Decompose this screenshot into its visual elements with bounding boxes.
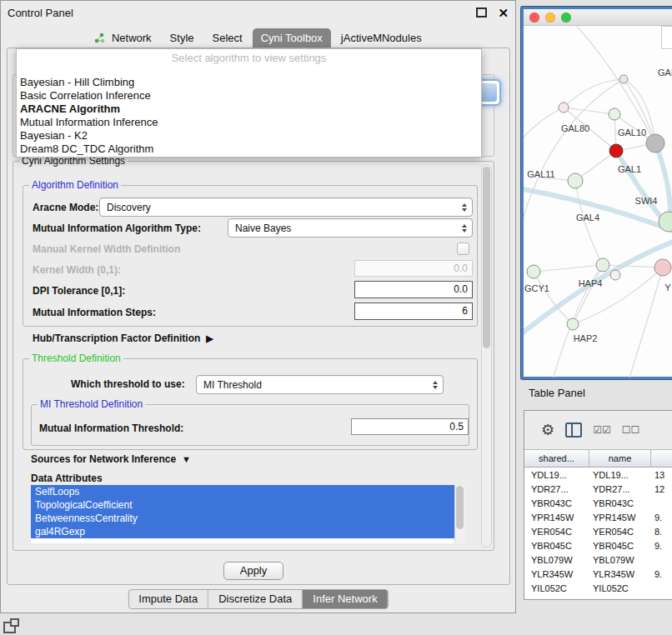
table-panel-title: Table Panel	[529, 387, 585, 399]
control-panel-title: Control Panel	[8, 7, 476, 19]
table-row[interactable]: YER054CYER054C8.	[524, 524, 672, 538]
aracne-mode-combobox[interactable]: Discovery	[99, 198, 473, 217]
table-cell: 9.	[651, 541, 672, 551]
control-panel-titlebar: Control Panel ✕	[1, 1, 515, 24]
table-cell: 9.	[651, 569, 672, 579]
network-node[interactable]	[609, 108, 620, 120]
tab-infer-network[interactable]: Infer Network	[303, 590, 387, 608]
minimized-window-icon[interactable]	[3, 622, 16, 633]
network-node[interactable]	[596, 258, 609, 272]
table-row[interactable]: YLR345WYLR345W9.	[524, 567, 672, 581]
scrollbar-thumb[interactable]	[483, 167, 490, 348]
table-cell: YDL19...	[589, 470, 651, 480]
tab-select[interactable]: Select	[204, 28, 251, 48]
node-label: HAP2	[574, 333, 598, 343]
clear-checkboxes-icon[interactable]: ☐☐	[622, 424, 640, 436]
list-item[interactable]: BetweennessCentrality	[31, 512, 454, 525]
table-cell: YDR27...	[589, 484, 651, 494]
network-node[interactable]	[527, 265, 540, 278]
network-edge	[524, 108, 564, 142]
node-label: GAL4	[576, 212, 599, 222]
network-node[interactable]	[559, 102, 569, 112]
network-node[interactable]	[654, 259, 671, 276]
network-overview-box	[661, 26, 672, 49]
node-label: GAL10	[618, 128, 646, 138]
network-node[interactable]	[609, 144, 623, 158]
combobox-arrows-icon	[433, 381, 438, 389]
tab-style[interactable]: Style	[162, 28, 203, 48]
network-node[interactable]	[610, 270, 620, 280]
combobox-value: Naive Bayes	[235, 222, 291, 234]
table-cell: YBL079W	[589, 555, 651, 565]
close-traffic-light[interactable]	[529, 12, 539, 22]
gear-icon[interactable]: ⚙	[541, 422, 554, 438]
network-edge	[524, 188, 672, 232]
columns-icon[interactable]	[565, 422, 582, 438]
mi-threshold-field[interactable]: 0.5	[351, 418, 469, 435]
tab-network[interactable]: Network	[86, 28, 159, 48]
combobox-arrows-icon	[462, 224, 467, 232]
list-item[interactable]: TopologicalCoefficient	[31, 498, 454, 512]
sources-toggle[interactable]: Sources for Network Inference▼	[31, 453, 191, 465]
column-header-shared[interactable]: shared...	[524, 450, 589, 467]
tab-jactivemnodules[interactable]: jActiveMNodules	[333, 28, 430, 48]
table-panel-window: ⚙ ☑☑ ☐☐ shared... name YDL19...YDL19...1…	[524, 410, 672, 600]
mi-algorithm-type-combobox[interactable]: Naive Bayes	[228, 218, 473, 238]
table-cell: YPR145W	[524, 512, 589, 522]
manual-kernel-width-checkbox[interactable]	[457, 242, 469, 255]
column-header-name[interactable]: name	[589, 450, 651, 467]
table-cell: YER054C	[524, 527, 589, 537]
dropdown-item[interactable]: Mutual Information Inference	[17, 116, 481, 129]
table-row[interactable]: YPR145WYPR145W9.	[524, 510, 672, 524]
kernel-width-field[interactable]: 0.0	[354, 260, 473, 277]
dropdown-item[interactable]: Bayesian - K2	[17, 129, 481, 142]
scrollbar-thumb[interactable]	[456, 486, 464, 529]
dropdown-item[interactable]: Basic Correlation Inference	[17, 89, 481, 102]
tab-impute-data[interactable]: Impute Data	[128, 590, 208, 608]
table-row[interactable]: YBL079WYBL079W	[524, 552, 672, 567]
dropdown-item[interactable]: ARACNE Algorithm	[17, 102, 481, 116]
tab-discretize-data[interactable]: Discretize Data	[208, 590, 303, 608]
mi-steps-field[interactable]: 6	[354, 302, 473, 320]
settings-scrollbar[interactable]	[481, 164, 492, 548]
column-header-extra[interactable]	[651, 450, 672, 467]
table-row[interactable]: YIL052CYIL052C	[524, 581, 672, 595]
combobox-value: Discovery	[107, 202, 151, 213]
dpi-tolerance-field[interactable]: 0.0	[354, 281, 473, 298]
table-row[interactable]: YDL19...YDL19...13	[524, 468, 672, 482]
network-node[interactable]	[567, 318, 579, 330]
dropdown-item[interactable]: Bayesian - Hill Climbing	[17, 76, 481, 89]
table-cell: 12	[651, 484, 672, 494]
close-icon[interactable]: ✕	[498, 7, 509, 19]
table-cell: YER054C	[589, 527, 651, 537]
apply-button[interactable]: Apply	[223, 562, 283, 580]
node-label: GCY1	[524, 283, 549, 293]
table-row[interactable]: YBR043CYBR043C	[524, 496, 672, 510]
float-window-icon[interactable]	[476, 8, 487, 18]
select-all-checkboxes-icon[interactable]: ☑☑	[593, 424, 611, 436]
which-threshold-combobox[interactable]: MI Threshold	[196, 375, 444, 394]
tab-label: Select	[213, 32, 243, 44]
network-svg: GAL80GAL10GAL11GAL1SWI4GAL4GCY1HAP4HAP2G…	[524, 26, 672, 378]
network-node[interactable]	[619, 75, 628, 83]
tab-cyni-toolbox[interactable]: Cyni Toolbox	[253, 28, 331, 48]
minimize-traffic-light[interactable]	[545, 12, 555, 22]
combobox-arrows-icon	[462, 203, 467, 212]
table-row[interactable]: YDR27...YDR27...12	[524, 482, 672, 496]
table-header: shared... name	[524, 449, 672, 468]
zoom-traffic-light[interactable]	[561, 12, 571, 22]
list-scrollbar[interactable]	[454, 485, 465, 543]
network-node[interactable]	[646, 134, 664, 152]
hub-definition-toggle[interactable]: Hub/Transcription Factor Definition▶	[33, 332, 213, 344]
list-item[interactable]: gal4RGexp	[31, 525, 454, 538]
network-edge	[534, 265, 603, 272]
table-cell: YBR043C	[524, 498, 589, 508]
dropdown-item[interactable]: Dream8 DC_TDC Algorithm	[17, 142, 481, 156]
node-label: GAL80	[561, 123, 589, 133]
list-item[interactable]: SelfLoops	[31, 485, 454, 498]
network-edge	[628, 268, 663, 378]
mi-threshold-label: Mutual Information Threshold:	[39, 422, 183, 434]
kernel-width-label: Kernel Width (0,1):	[33, 264, 121, 276]
table-row[interactable]: YBR045CYBR045C9.	[524, 538, 672, 552]
network-node[interactable]	[568, 173, 583, 188]
